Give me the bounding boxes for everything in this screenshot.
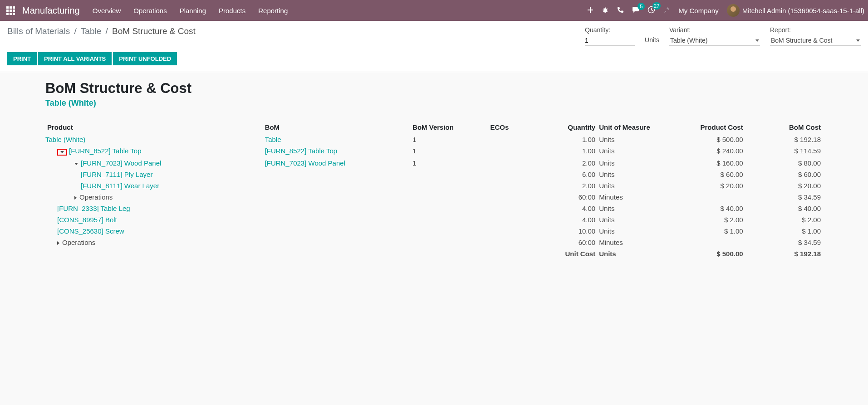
table-row: [CONS_25630] Screw10.00Units$ 1.00$ 1.00 (45, 225, 823, 237)
table-row: [FURN_7023] Wood Panel[FURN_7023] Wood P… (45, 157, 823, 169)
report-select[interactable]: BoM Structure & Cost (770, 35, 861, 46)
th-ecos: ECOs (488, 121, 543, 134)
table-row: [FURN_7111] Ply Layer6.00Units$ 60.00$ 6… (45, 169, 823, 180)
control-panel: Bills of Materials / Table / BoM Structu… (0, 21, 868, 72)
breadcrumb-link-2[interactable]: Table (81, 26, 101, 36)
table-row: [FURN_8522] Table Top[FURN_8522] Table T… (45, 145, 823, 157)
print-button[interactable]: Print (7, 52, 37, 65)
apps-icon[interactable] (6, 6, 15, 15)
caret-open-icon[interactable] (74, 163, 78, 165)
breadcrumb-current: BoM Structure & Cost (112, 26, 196, 36)
nav-overview[interactable]: Overview (93, 7, 121, 15)
table-row: Operations60:00Minutes$ 34.59 (45, 191, 823, 203)
app-name[interactable]: Manufacturing (22, 5, 80, 16)
th-bom: BoM (263, 121, 411, 134)
table-row: [FURN_2333] Table Leg4.00Units$ 40.00$ 4… (45, 203, 823, 214)
bug-icon[interactable] (602, 6, 609, 15)
user-name: Mitchell Admin (15369054-saas-15-1-all) (742, 7, 864, 15)
messages-icon[interactable]: 5 (632, 6, 639, 15)
caret-down-icon (856, 39, 860, 42)
plus-icon[interactable] (587, 7, 593, 15)
nav-planning[interactable]: Planning (180, 7, 206, 15)
nav-operations[interactable]: Operations (133, 7, 167, 15)
print-unfolded-button[interactable]: Print Unfolded (113, 52, 177, 65)
nav-reporting[interactable]: Reporting (258, 7, 288, 15)
th-pcost: Product Cost (659, 121, 745, 134)
operations-text: Operations (62, 239, 95, 246)
table-row: Table (White)Table11.00Units$ 500.00$ 19… (45, 134, 823, 145)
avatar (727, 4, 740, 17)
quantity-unit: Units (645, 36, 659, 46)
table-row: [FURN_8111] Wear Layer2.00Units$ 20.00$ … (45, 180, 823, 191)
svg-line-8 (603, 11, 604, 12)
activities-icon[interactable]: 27 (647, 6, 655, 15)
user-menu[interactable]: Mitchell Admin (15369054-saas-15-1-all) (727, 4, 864, 17)
caret-closed-icon[interactable] (74, 196, 77, 200)
product-link[interactable]: Table (White) (45, 136, 85, 143)
svg-line-7 (607, 9, 608, 9)
quantity-input[interactable] (585, 35, 635, 46)
product-link[interactable]: [FURN_7111] Ply Layer (81, 171, 152, 178)
main-navbar: Manufacturing Overview Operations Planni… (0, 0, 868, 21)
bom-link[interactable]: [FURN_8522] Table Top (265, 147, 338, 155)
variant-label: Variant: (669, 26, 760, 34)
nav-menu: Overview Operations Planning Products Re… (93, 7, 288, 15)
report-title: BoM Structure & Cost (45, 80, 823, 97)
th-bcost: BoM Cost (745, 121, 823, 134)
svg-line-6 (603, 9, 604, 9)
variant-select[interactable]: Table (White) (669, 35, 760, 46)
table-row: Operations60:00Minutes$ 34.59 (45, 237, 823, 248)
th-product: Product (45, 121, 263, 134)
caret-down-icon (755, 39, 759, 42)
activities-badge: 27 (652, 2, 661, 10)
svg-rect-1 (588, 10, 593, 10)
product-link[interactable]: [FURN_8111] Wear Layer (81, 182, 159, 190)
caret-closed-icon[interactable] (57, 241, 59, 245)
th-uom: Unit of Measure (597, 121, 659, 134)
bom-link[interactable]: [FURN_7023] Wood Panel (265, 159, 345, 167)
breadcrumb: Bills of Materials / Table / BoM Structu… (7, 26, 196, 46)
table-row: [CONS_89957] Bolt4.00Units$ 2.00$ 2.00 (45, 214, 823, 225)
bom-link[interactable]: Table (265, 136, 281, 143)
phone-icon[interactable] (617, 6, 624, 15)
main-content: BoM Structure & Cost Table (White) Produ… (0, 72, 868, 268)
caret-open-icon[interactable] (57, 149, 67, 156)
th-version: BoM Version (411, 121, 488, 134)
quantity-label: Quantity: (585, 26, 635, 34)
bom-table: Product BoM BoM Version ECOs Quantity Un… (45, 121, 823, 259)
product-link[interactable]: [CONS_89957] Bolt (57, 216, 117, 224)
svg-point-2 (603, 8, 607, 13)
product-link[interactable]: [FURN_8522] Table Top (69, 147, 142, 155)
messages-badge: 5 (638, 3, 645, 10)
th-quantity: Quantity (543, 121, 597, 134)
product-link[interactable]: [CONS_25630] Screw (57, 227, 124, 235)
print-all-variants-button[interactable]: Print All Variants (38, 52, 112, 65)
total-row: Unit CostUnits$ 500.00$ 192.18 (45, 248, 823, 259)
company-switcher[interactable]: My Company (678, 7, 718, 15)
nav-products[interactable]: Products (219, 7, 245, 15)
report-subtitle[interactable]: Table (White) (45, 98, 823, 108)
product-link[interactable]: [FURN_7023] Wood Panel (81, 159, 161, 167)
product-link[interactable]: [FURN_2333] Table Leg (57, 205, 130, 212)
svg-line-9 (607, 11, 608, 12)
breadcrumb-link-1[interactable]: Bills of Materials (7, 26, 70, 36)
report-label: Report: (770, 26, 861, 34)
operations-text: Operations (79, 193, 113, 201)
tools-icon[interactable] (663, 6, 670, 15)
